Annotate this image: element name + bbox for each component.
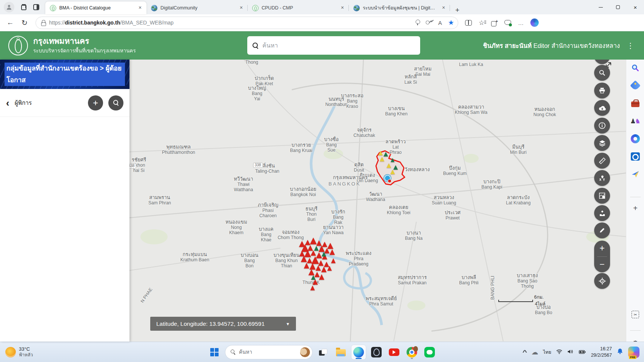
map-marker-green-triangle[interactable] — [384, 152, 388, 156]
map-marker-red-triangle[interactable] — [316, 265, 321, 271]
refresh-button[interactable]: ↻ — [18, 16, 31, 29]
map-marker-red-triangle[interactable] — [310, 238, 317, 244]
browser-essentials-icon[interactable] — [504, 20, 511, 26]
download-button[interactable] — [594, 100, 610, 116]
volume-icon[interactable] — [567, 349, 574, 356]
read-aloud-icon[interactable]: A — [438, 20, 442, 26]
search-input[interactable] — [262, 42, 415, 49]
taskbar-search-input[interactable] — [239, 349, 297, 355]
basemap-gallery-button[interactable] — [594, 188, 610, 204]
select-ink-button[interactable] — [594, 205, 610, 221]
location-permission-icon[interactable] — [416, 20, 420, 26]
map-marker-red-triangle[interactable] — [310, 263, 316, 270]
layers-button[interactable] — [594, 135, 610, 151]
collections-icon[interactable] — [491, 20, 498, 26]
sidebar-shopping-icon[interactable] — [629, 80, 641, 92]
map-marker-red-triangle[interactable] — [308, 269, 314, 275]
map-marker-red-triangle[interactable] — [318, 260, 324, 266]
language-indicator[interactable]: ไทย — [543, 348, 552, 356]
map-marker-yellow-triangle[interactable] — [380, 157, 384, 161]
add-record-button[interactable]: + — [88, 95, 103, 110]
map-marker-green-triangle[interactable] — [322, 252, 326, 256]
back-chevron-icon[interactable]: ‹ — [6, 98, 9, 108]
map-marker-red-triangle[interactable] — [308, 245, 313, 251]
back-button[interactable]: ← — [4, 16, 17, 29]
task-view-button[interactable] — [316, 345, 330, 359]
measure-button[interactable] — [594, 153, 610, 169]
locate-button[interactable] — [594, 273, 610, 289]
browser-profile-button[interactable] — [4, 2, 14, 12]
workspaces-icon[interactable] — [20, 3, 27, 11]
close-tab-icon[interactable]: × — [137, 5, 143, 11]
url-text[interactable]: https://district.bangkok.go.th/BMA_SED_W… — [49, 20, 412, 26]
close-window-button[interactable]: × — [627, 0, 644, 14]
sidebar-search-icon[interactable] — [629, 62, 641, 74]
copilot-taskbar-icon[interactable]: PRE — [628, 347, 639, 358]
wifi-icon[interactable] — [556, 349, 562, 356]
tray-chevron-icon[interactable]: ^ — [522, 349, 527, 355]
sidebar-add-icon[interactable]: + — [629, 202, 641, 214]
line-button[interactable] — [422, 345, 437, 359]
address-bar[interactable]: https://district.bangkok.go.th/BMA_SED_W… — [35, 17, 458, 29]
tab-community-import[interactable]: ระบบนำเข้าข้อมูลผังชุมชน | DigitalC × — [349, 2, 450, 14]
map-marker-yellow-triangle[interactable] — [378, 151, 383, 155]
close-tab-icon[interactable]: × — [238, 5, 245, 11]
file-explorer-button[interactable] — [334, 345, 348, 359]
map-marker-green-triangle[interactable] — [311, 275, 316, 280]
copilot-icon[interactable] — [530, 18, 539, 27]
sidebar-outlook-icon[interactable] — [629, 150, 641, 163]
map-marker-red-triangle[interactable] — [321, 267, 327, 272]
app-search-box[interactable] — [247, 36, 420, 55]
map-marker-red-triangle[interactable] — [327, 266, 332, 271]
edit-button[interactable] — [594, 222, 610, 238]
youtube-button[interactable] — [387, 345, 401, 359]
zoom-in-button[interactable]: + — [594, 241, 610, 256]
edge-taskbar-button[interactable] — [351, 345, 366, 359]
map-marker-red-dot[interactable] — [388, 179, 391, 183]
notification-bell-icon[interactable] — [617, 348, 623, 356]
chrome-button[interactable] — [405, 345, 419, 359]
map-search-button[interactable] — [594, 65, 610, 81]
map-marker-red-triangle[interactable] — [311, 250, 316, 256]
map-marker-red-triangle[interactable] — [331, 258, 336, 263]
close-tab-icon[interactable]: × — [339, 5, 346, 11]
map-marker-green-triangle[interactable] — [314, 246, 319, 251]
info-button[interactable] — [594, 118, 610, 133]
clock[interactable]: 16:27 29/2/2567 — [591, 346, 612, 358]
sidebar-tools-icon[interactable] — [629, 97, 641, 109]
tab-cpudd-cmp[interactable]: CPUDD - CMP × — [248, 2, 349, 14]
split-screen-icon[interactable] — [465, 20, 472, 26]
onedrive-icon[interactable]: ☁ — [532, 348, 538, 356]
sidebar-screenshot-icon[interactable]: ✂ — [629, 308, 641, 321]
sidebar-microsoft365-icon[interactable] — [629, 133, 641, 145]
map-marker-red-triangle[interactable] — [319, 274, 324, 280]
tab-bma-district-catalogue[interactable]: BMA - District Catalogue × — [45, 2, 146, 14]
fingerprint-app-button[interactable] — [369, 345, 384, 359]
zoom-out-button[interactable]: − — [594, 257, 610, 273]
map-marker-red-triangle[interactable] — [313, 279, 318, 285]
map-marker-red-triangle[interactable] — [330, 249, 335, 255]
map-marker-red-triangle[interactable] — [316, 240, 322, 246]
minimize-button[interactable] — [592, 0, 609, 14]
user-menu-icon[interactable]: ⋮ — [625, 41, 636, 50]
weather-widget[interactable]: 33°C ฟ้าหลัว — [0, 346, 91, 358]
user-info[interactable]: ชินภัทร สายะนันท์ Editor สำนักงานเขตวังท… — [483, 41, 636, 51]
taskbar-search[interactable] — [225, 345, 313, 359]
lock-icon[interactable] — [41, 20, 45, 25]
maximize-button[interactable] — [609, 0, 627, 14]
start-button[interactable] — [207, 345, 222, 359]
map-canvas[interactable]: ThongLam Luk Kaปากเกร็ดPak-KretสายไหมSai… — [129, 60, 626, 342]
print-button[interactable] — [594, 83, 610, 98]
map-marker-green-triangle[interactable] — [393, 165, 398, 170]
battery-icon[interactable] — [579, 349, 586, 356]
map-marker-red-triangle[interactable] — [310, 285, 315, 290]
map-marker-red-triangle[interactable] — [319, 245, 325, 252]
bookmark-star-icon[interactable]: ★ — [448, 18, 454, 27]
sidebar-drop-icon[interactable] — [629, 168, 641, 180]
sidebar-games-icon[interactable]: ♟♞ — [629, 115, 641, 127]
map-marker-yellow-triangle[interactable] — [387, 163, 391, 168]
map-marker-red-triangle[interactable] — [304, 263, 309, 268]
tab-actions-icon[interactable] — [32, 3, 40, 11]
settings-more-icon[interactable]: … — [518, 20, 524, 26]
close-tab-icon[interactable]: × — [440, 5, 447, 11]
